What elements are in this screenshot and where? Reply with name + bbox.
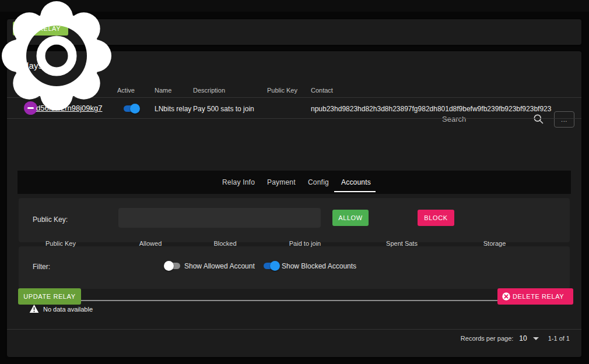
column-header-contact: Contact: [311, 87, 333, 94]
accounts-col-allowed: Allowed: [139, 240, 162, 247]
new-relay-button-label: NEW RELAY: [20, 25, 61, 32]
column-header-description: Description: [193, 87, 225, 94]
block-button-label: BLOCK: [424, 214, 447, 221]
public-key-input[interactable]: [118, 208, 321, 228]
collapse-row-button[interactable]: [24, 101, 37, 115]
records-per-page-value[interactable]: 10: [519, 334, 527, 342]
tab-relay-info[interactable]: Relay Info: [222, 171, 255, 194]
accounts-col-spent-sats: Spent Sats: [386, 240, 418, 247]
relay-name-cell: LNbits relay: [155, 105, 191, 113]
cancel-circle-icon: [502, 292, 511, 301]
accounts-table-divider: [19, 300, 569, 301]
update-relay-button[interactable]: UPDATE RELAY: [18, 288, 81, 305]
pagination: Records per page: 10 1-1 of 1: [461, 332, 570, 345]
tab-config-label: Config: [308, 178, 329, 186]
accounts-col-blocked: Blocked: [213, 240, 236, 247]
allow-button[interactable]: ALLOW: [332, 210, 369, 226]
tab-config[interactable]: Config: [308, 171, 329, 194]
records-per-page-label: Records per page:: [461, 335, 514, 342]
more-options-button[interactable]: ...: [554, 111, 574, 128]
delete-relay-button[interactable]: DELETE RELAY: [497, 288, 573, 305]
chevron-down-icon[interactable]: [533, 337, 539, 340]
tab-payment-label: Payment: [267, 178, 296, 186]
block-button[interactable]: BLOCK: [418, 210, 454, 226]
tab-accounts-label: Accounts: [341, 178, 371, 186]
minus-icon: [27, 107, 34, 109]
page-title: Relays: [15, 61, 43, 70]
top-bar: [0, 0, 589, 12]
new-relay-button[interactable]: NEW RELAY: [13, 22, 68, 36]
tab-payment[interactable]: Payment: [267, 171, 296, 194]
relay-active-toggle[interactable]: [123, 104, 139, 114]
filter-section: Filter: Show Allowed Account Show Blocke…: [19, 246, 570, 289]
show-allowed-label: Show Allowed Account: [184, 262, 255, 270]
show-allowed-toggle[interactable]: [165, 261, 181, 271]
tab-strip: Relay Info Payment Config Accounts: [17, 171, 571, 194]
relay-contact-cell: npub23hd9823hd82h3d8h23897fg982dh801d8f9…: [311, 105, 551, 113]
show-blocked-label: Show Blocked Accounts: [282, 262, 356, 270]
column-header-active: Active: [117, 87, 135, 94]
public-key-label: Public Key:: [33, 215, 68, 224]
column-header-public-key: Public Key: [267, 87, 297, 94]
active-tab-indicator: [334, 191, 376, 192]
footer-divider: [7, 329, 581, 330]
table-divider: [7, 97, 581, 98]
update-relay-label: UPDATE RELAY: [23, 293, 75, 300]
accounts-col-paid-to-join: Paid to join: [289, 240, 321, 247]
relay-description-cell: Pay 500 sats to join: [193, 105, 254, 113]
column-header-name: Name: [155, 87, 171, 94]
tab-accounts[interactable]: Accounts: [341, 171, 371, 194]
accounts-col-storage: Storage: [483, 240, 506, 247]
allow-button-label: ALLOW: [338, 214, 363, 221]
tab-relay-info-label: Relay Info: [222, 178, 255, 186]
filter-label: Filter:: [33, 263, 50, 271]
no-data-message: No data available: [43, 306, 93, 313]
more-options-label: ...: [561, 116, 567, 123]
search-icon[interactable]: [532, 113, 544, 125]
public-key-section: Public Key: ALLOW BLOCK: [19, 198, 570, 242]
accounts-col-public-key: Public Key: [45, 240, 76, 247]
pagination-range: 1-1 of 1: [548, 335, 570, 342]
row-divider: [7, 118, 581, 119]
show-blocked-toggle[interactable]: [263, 261, 279, 271]
delete-relay-label: DELETE RELAY: [513, 293, 564, 300]
warning-icon: [29, 304, 39, 313]
relay-id-link[interactable]: d56f8w2rn98j09kg7: [36, 104, 102, 112]
search-input[interactable]: [442, 112, 530, 126]
header-card: NEW RELAY: [7, 19, 581, 45]
relay-card: Relays ... Active Name Description Publi…: [7, 51, 581, 357]
